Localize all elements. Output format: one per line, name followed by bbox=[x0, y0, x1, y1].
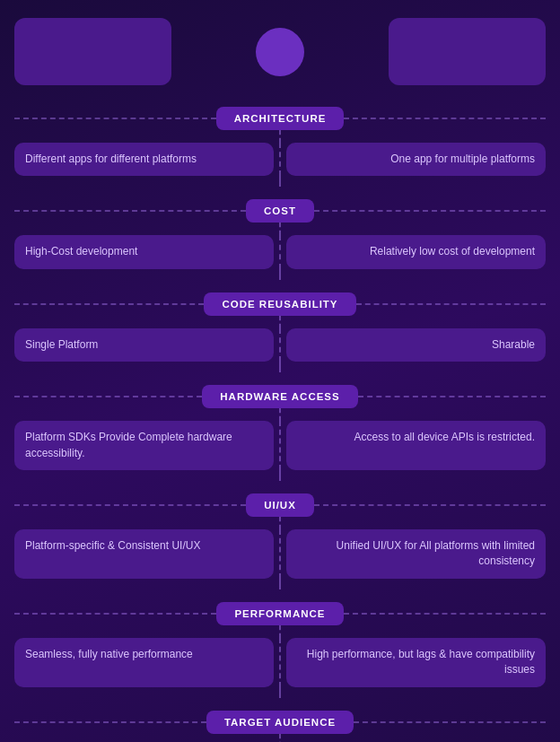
v-dash-top-4 bbox=[279, 517, 281, 529]
cross-platform-header bbox=[389, 18, 546, 85]
left-card-2: Single Platform bbox=[14, 328, 274, 362]
comparison-block-5: PERFORMANCESeamless, fully native perfor… bbox=[14, 602, 546, 698]
content-row-4: Platform-specific & Consistent UI/UXUnif… bbox=[14, 529, 546, 579]
comparison-block-4: UI/UXPlatform-specific & Consistent UI/U… bbox=[14, 493, 546, 589]
page: ARCHITECTUREDifferent apps for different… bbox=[0, 0, 560, 742]
dash-right-4 bbox=[314, 504, 546, 506]
content-row-5: Seamless, fully native performanceHigh p… bbox=[14, 638, 546, 687]
dash-left-4 bbox=[14, 504, 246, 506]
content-row-0: Different apps for different platformsOn… bbox=[14, 143, 546, 176]
category-label-2: CODE REUSABILITY bbox=[204, 292, 355, 316]
v-dash-bottom-5 bbox=[279, 687, 281, 698]
left-card-5: Seamless, fully native performance bbox=[14, 638, 274, 687]
dash-right-3 bbox=[358, 396, 546, 397]
header-row bbox=[14, 18, 546, 85]
dash-left-5 bbox=[14, 613, 216, 615]
dash-right-2 bbox=[356, 303, 546, 305]
dash-left-3 bbox=[14, 396, 202, 397]
right-card-2: Sharable bbox=[286, 328, 546, 362]
category-label-3: HARDWARE ACCESS bbox=[202, 385, 357, 408]
v-dash-bottom-3 bbox=[279, 470, 281, 481]
right-card-1: Relatively low cost of development bbox=[286, 235, 546, 268]
dash-right-1 bbox=[314, 210, 546, 212]
dash-left-2 bbox=[14, 303, 204, 305]
v-dash-top-5 bbox=[279, 625, 281, 638]
v-dash-top-1 bbox=[279, 223, 281, 235]
dash-right-0 bbox=[344, 118, 546, 119]
center-v-dash-4 bbox=[279, 529, 281, 579]
v-dash-bottom-4 bbox=[279, 579, 281, 589]
content-row-2: Single PlatformSharable bbox=[14, 328, 546, 362]
native-app-header bbox=[14, 18, 171, 85]
category-label-6: TARGET AUDIENCE bbox=[206, 711, 354, 734]
v-dash-bottom-2 bbox=[279, 362, 281, 372]
center-v-dash-3 bbox=[279, 421, 281, 470]
v-dash-top-0 bbox=[279, 130, 281, 143]
dash-left-6 bbox=[14, 721, 206, 723]
right-card-5: High performance, but lags & have compat… bbox=[286, 638, 546, 687]
v-dash-bottom-1 bbox=[279, 269, 281, 280]
comparison-block-0: ARCHITECTUREDifferent apps for different… bbox=[14, 107, 546, 187]
dash-left-1 bbox=[14, 210, 246, 212]
right-card-0: One app for multiple platforms bbox=[286, 143, 546, 176]
category-label-0: ARCHITECTURE bbox=[216, 107, 345, 130]
dash-left-0 bbox=[14, 118, 216, 119]
comparison-block-3: HARDWARE ACCESSPlatform SDKs Provide Com… bbox=[14, 385, 546, 481]
center-v-dash-1 bbox=[279, 235, 281, 268]
comparison-block-2: CODE REUSABILITYSingle PlatformSharable bbox=[14, 292, 546, 372]
comparison-block-1: COSTHigh-Cost developmentRelatively low … bbox=[14, 199, 546, 279]
dash-right-6 bbox=[354, 721, 546, 723]
vs-label bbox=[256, 28, 304, 76]
left-card-0: Different apps for different platforms bbox=[14, 143, 274, 176]
center-v-dash-5 bbox=[279, 638, 281, 687]
comparison-section: ARCHITECTUREDifferent apps for different… bbox=[14, 107, 546, 742]
right-card-4: Unified UI/UX for All platforms with lim… bbox=[286, 529, 546, 579]
category-label-4: UI/UX bbox=[246, 493, 314, 517]
v-dash-top-3 bbox=[279, 408, 281, 421]
right-card-3: Access to all device APIs is restricted. bbox=[286, 421, 546, 470]
center-v-dash-2 bbox=[279, 328, 281, 362]
v-dash-top-6 bbox=[279, 734, 281, 742]
comparison-block-6: TARGET AUDIENCELimited to a specific pla… bbox=[14, 711, 546, 742]
left-card-4: Platform-specific & Consistent UI/UX bbox=[14, 529, 274, 579]
category-label-5: PERFORMANCE bbox=[216, 602, 343, 625]
category-label-1: COST bbox=[246, 199, 314, 223]
v-dash-bottom-0 bbox=[279, 176, 281, 187]
dash-right-5 bbox=[344, 613, 546, 615]
left-card-3: Platform SDKs Provide Complete hardware … bbox=[14, 421, 274, 470]
left-card-1: High-Cost development bbox=[14, 235, 274, 268]
v-dash-top-2 bbox=[279, 316, 281, 328]
content-row-1: High-Cost developmentRelatively low cost… bbox=[14, 235, 546, 268]
center-v-dash-0 bbox=[279, 143, 281, 176]
content-row-3: Platform SDKs Provide Complete hardware … bbox=[14, 421, 546, 470]
